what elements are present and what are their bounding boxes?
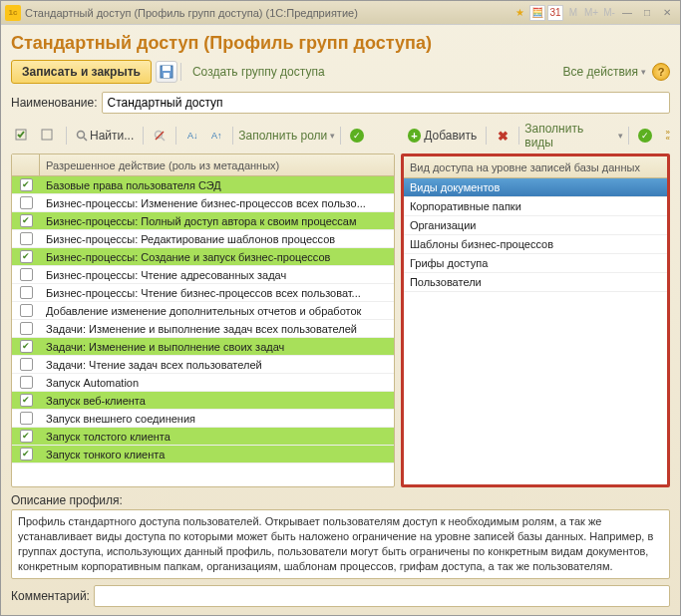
role-checkbox[interactable] — [20, 412, 33, 425]
titlebar: 1c Стандартный доступ (Профиль групп дос… — [1, 1, 680, 25]
role-checkbox[interactable]: ✔ — [20, 430, 33, 443]
description-label: Описание профиля: — [11, 493, 670, 507]
description-box[interactable]: Профиль стандартного доступа пользовател… — [11, 509, 670, 579]
role-checkbox[interactable]: ✔ — [20, 214, 33, 227]
role-row[interactable]: Бизнес-процессы: Редактирование шаблонов… — [12, 230, 394, 248]
role-checkbox[interactable] — [20, 358, 33, 371]
role-row[interactable]: Бизнес-процессы: Изменение бизнес-процес… — [12, 194, 394, 212]
fill-roles-dropdown[interactable]: Заполнить роли — [238, 129, 335, 143]
role-checkbox[interactable] — [20, 376, 33, 389]
access-type-row[interactable]: Виды документов — [404, 178, 667, 197]
role-row[interactable]: ✔Запуск тонкого клиента — [12, 446, 394, 463]
role-row[interactable]: ✔Базовые права пользователя СЭД — [12, 176, 394, 194]
app-window: 1c Стандартный доступ (Профиль групп дос… — [0, 0, 681, 616]
close-button[interactable]: ✕ — [658, 5, 676, 21]
role-row[interactable]: ✔Задачи: Изменение и выполнение своих за… — [12, 338, 394, 356]
delete-button[interactable]: ✖ — [492, 125, 513, 147]
role-row[interactable]: ✔Бизнес-процессы: Создание и запуск бизн… — [12, 248, 394, 266]
action-bar: Записать и закрыть Создать группу доступ… — [11, 60, 670, 84]
create-group-link[interactable]: Создать группу доступа — [192, 65, 325, 79]
favorite-icon[interactable]: ★ — [511, 5, 527, 21]
find-button[interactable]: Найти... — [72, 125, 138, 147]
svg-point-5 — [78, 132, 85, 139]
access-type-row[interactable]: Организации — [404, 216, 667, 235]
role-row[interactable]: ✔Запуск веб-клиента — [12, 392, 394, 410]
m-plus-icon[interactable]: M+ — [583, 5, 599, 21]
m-icon[interactable]: M — [565, 5, 581, 21]
access-types-list[interactable]: Виды документовКорпоративные папкиОргани… — [404, 178, 667, 484]
left-toolbar: Найти... A↓ А↑ Заполнить роли ✓ — [11, 122, 398, 150]
m-minus-icon[interactable]: M- — [601, 5, 617, 21]
clear-filter-button[interactable] — [149, 125, 170, 147]
save-button[interactable] — [156, 61, 177, 83]
titlebar-text: Стандартный доступ (Профиль групп доступ… — [25, 7, 511, 19]
access-type-row[interactable]: Пользователи — [404, 273, 667, 292]
role-label: Бизнес-процессы: Полный доступ автора к … — [40, 215, 394, 227]
content-area: Стандартный доступ (Профиль групп доступ… — [1, 25, 680, 615]
save-and-close-button[interactable]: Записать и закрыть — [11, 60, 152, 84]
calendar-icon[interactable]: 31 — [547, 5, 563, 21]
more-toggle-icon[interactable]: »« — [666, 130, 670, 141]
right-toolbar: + Добавить ✖ Заполнить виды ✓ »« — [404, 122, 670, 150]
role-row[interactable]: Запуск Automation — [12, 374, 394, 392]
minimize-button[interactable]: — — [618, 5, 636, 21]
role-row[interactable]: Запуск внешнего соединения — [12, 410, 394, 428]
bottom-section: Описание профиля: Профиль стандартного д… — [11, 493, 670, 607]
role-checkbox[interactable] — [20, 232, 33, 245]
check-all-button[interactable] — [11, 125, 35, 147]
role-label: Запуск Automation — [40, 377, 394, 389]
role-checkbox[interactable]: ✔ — [20, 448, 33, 461]
fill-types-dropdown[interactable]: Заполнить виды — [524, 122, 622, 150]
name-field-row: Наименование: — [11, 92, 670, 114]
help-button[interactable]: ? — [652, 63, 670, 81]
access-types-panel: Вид доступа на уровне записей базы данны… — [401, 154, 670, 487]
comment-input[interactable] — [94, 585, 670, 607]
role-row[interactable]: Бизнес-процессы: Чтение адресованных зад… — [12, 266, 394, 284]
role-row[interactable]: Задачи: Изменение и выполнение задач все… — [12, 320, 394, 338]
role-label: Запуск толстого клиента — [40, 431, 394, 443]
sort-desc-button[interactable]: А↑ — [205, 125, 227, 147]
role-row[interactable]: Добавление изменение дополнительных отче… — [12, 302, 394, 320]
role-checkbox[interactable]: ✔ — [20, 250, 33, 263]
validate-button[interactable]: ✓ — [346, 125, 368, 147]
svg-line-8 — [162, 138, 165, 141]
role-label: Бизнес-процессы: Создание и запуск бизне… — [40, 251, 394, 263]
role-checkbox[interactable] — [20, 196, 33, 209]
uncheck-all-button[interactable] — [37, 125, 61, 147]
access-type-row[interactable]: Корпоративные папки — [404, 197, 667, 216]
access-type-row[interactable]: Грифы доступа — [404, 254, 667, 273]
page-title: Стандартный доступ (Профиль групп доступ… — [11, 33, 670, 54]
role-label: Запуск веб-клиента — [40, 395, 394, 407]
role-label: Задачи: Изменение и выполнение задач все… — [40, 323, 394, 335]
access-type-row[interactable]: Шаблоны бизнес-процессов — [404, 235, 667, 254]
roles-list[interactable]: ✔Базовые права пользователя СЭДБизнес-пр… — [12, 176, 394, 486]
role-checkbox[interactable]: ✔ — [20, 394, 33, 407]
svg-line-6 — [84, 138, 87, 141]
all-actions-dropdown[interactable]: Все действия — [563, 65, 646, 79]
role-checkbox[interactable]: ✔ — [20, 178, 33, 191]
add-button[interactable]: + Добавить — [404, 125, 482, 147]
role-label: Задачи: Изменение и выполнение своих зад… — [40, 341, 394, 353]
role-row[interactable]: Задачи: Чтение задач всех пользователей — [12, 356, 394, 374]
role-row[interactable]: ✔Бизнес-процессы: Полный доступ автора к… — [12, 212, 394, 230]
role-checkbox[interactable] — [20, 304, 33, 317]
validate-types-button[interactable]: ✓ — [634, 125, 656, 147]
sort-asc-button[interactable]: A↓ — [181, 125, 203, 147]
access-types-header: Вид доступа на уровне записей базы данны… — [404, 156, 667, 178]
role-label: Бизнес-процессы: Чтение бизнес-процессов… — [40, 287, 394, 299]
role-row[interactable]: ✔Запуск толстого клиента — [12, 428, 394, 446]
split-pane: Разрешенное действие (роль из метаданных… — [11, 154, 670, 487]
role-label: Бизнес-процессы: Редактирование шаблонов… — [40, 233, 394, 245]
role-checkbox[interactable] — [20, 322, 33, 335]
role-label: Бизнес-процессы: Чтение адресованных зад… — [40, 269, 394, 281]
maximize-button[interactable]: □ — [638, 5, 656, 21]
name-input[interactable] — [102, 92, 670, 114]
role-checkbox[interactable] — [20, 286, 33, 299]
role-row[interactable]: Бизнес-процессы: Чтение бизнес-процессов… — [12, 284, 394, 302]
role-checkbox[interactable]: ✔ — [20, 340, 33, 353]
roles-header: Разрешенное действие (роль из метаданных… — [12, 154, 394, 176]
role-label: Задачи: Чтение задач всех пользователей — [40, 359, 394, 371]
role-checkbox[interactable] — [20, 268, 33, 281]
svg-rect-4 — [42, 130, 52, 140]
calculator-icon[interactable]: 🧮 — [529, 5, 545, 21]
